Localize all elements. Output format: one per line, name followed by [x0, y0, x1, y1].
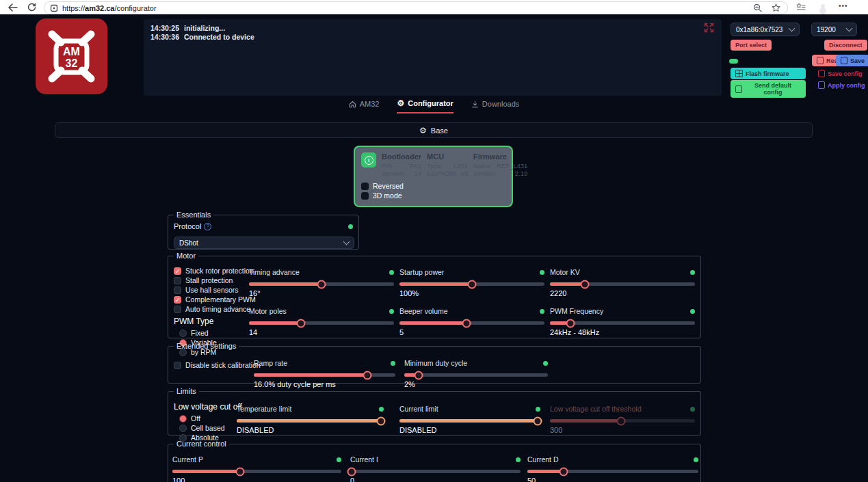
bootloader-column: Bootloader PINPA2 Version14: [382, 152, 421, 177]
slider-thumb[interactable]: [580, 280, 589, 289]
slider-startup-power: Startup power 100%: [399, 268, 544, 297]
nav-tab-configurator[interactable]: ⚙ Configurator: [397, 99, 453, 113]
base-section-header[interactable]: ⚙ Base: [55, 122, 813, 138]
port-device-select[interactable]: 0x1a86:0x7523: [731, 23, 800, 36]
status-dot: [694, 457, 698, 462]
slider-thumb[interactable]: [616, 416, 625, 425]
chevron-down-icon: [846, 25, 853, 32]
slider-thumb[interactable]: [376, 416, 385, 425]
slider-thumb[interactable]: [347, 467, 356, 476]
log-line: 14:30:36Connected to device: [150, 33, 254, 42]
slider-track[interactable]: [399, 282, 544, 286]
checkbox-auto-timing-advance[interactable]: ✓ Auto timing advance: [174, 305, 254, 313]
base-label: Base: [431, 126, 448, 135]
slider-track[interactable]: [550, 282, 695, 286]
esc-info-button[interactable]: i: [361, 152, 376, 168]
reload-button[interactable]: [27, 3, 36, 12]
slider-motor-poles: Motor poles 14: [249, 307, 394, 336]
back-button[interactable]: [8, 3, 18, 12]
chevron-down-icon: [789, 25, 795, 32]
slider-track[interactable]: [404, 373, 548, 377]
baud-rate-value: 19200: [817, 26, 847, 34]
esc-info-card: i Bootloader PINPA2 Version14 MCU Type:L…: [354, 146, 513, 207]
send-default-config-label: Send default config: [745, 82, 801, 96]
slider-thumb[interactable]: [566, 319, 575, 327]
file-icon: [735, 85, 742, 93]
nav-tab-downloads[interactable]: Downloads: [471, 99, 519, 113]
apply-config-link[interactable]: Apply config: [818, 81, 865, 89]
slider-track[interactable]: [249, 321, 394, 325]
slider-track[interactable]: [527, 470, 698, 473]
checkbox-stall-protection[interactable]: ✓ Stall protection: [174, 276, 254, 284]
favorite-star-icon[interactable]: [772, 3, 780, 12]
slider-low-voltage-cutoff-threshold: Low voltage cut off threshold 300: [550, 405, 695, 434]
collections-icon[interactable]: [795, 3, 806, 12]
slider-track[interactable]: [249, 282, 394, 286]
slider-thumb[interactable]: [415, 371, 423, 379]
expand-log-icon[interactable]: [704, 23, 715, 34]
chevron-down-icon: [343, 239, 350, 245]
disconnect-button[interactable]: Disconnect: [824, 40, 867, 51]
slider-thumb[interactable]: [317, 280, 326, 289]
status-dot: [516, 457, 521, 462]
slider-thumb[interactable]: [297, 319, 306, 327]
checkbox-complementary-pwm[interactable]: ✓ Complementary PWM: [174, 295, 254, 304]
download-icon: [471, 101, 479, 108]
radio-pwm-fixed[interactable]: Fixed: [179, 329, 254, 337]
status-dot: [389, 309, 394, 314]
slider-track[interactable]: [399, 419, 540, 423]
address-bar[interactable]: https://am32.ca/configurator: [44, 1, 788, 14]
flash-firmware-button[interactable]: Flash firmware: [731, 68, 806, 79]
current-control-section: Current control Current P 100 Current I …: [168, 440, 701, 482]
baud-rate-select[interactable]: 19200: [811, 23, 857, 36]
url-host: am32.ca: [85, 4, 114, 12]
checkbox-icon: ✓: [174, 267, 181, 275]
checkbox-reversed[interactable]: ✓ Reversed: [361, 182, 505, 190]
checkbox-disable-stick-calibration[interactable]: ✓ Disable stick calibration: [174, 361, 261, 369]
protocol-select[interactable]: DShot: [174, 237, 354, 249]
slider-track[interactable]: [237, 419, 384, 423]
slider-thumb[interactable]: [559, 467, 568, 476]
am32-logo: AM 32: [36, 18, 107, 94]
zoom-out-icon[interactable]: [753, 3, 762, 12]
url-text[interactable]: https://am32.ca/configurator: [62, 4, 753, 12]
checkbox-use-hall-sensors[interactable]: ✓ Use hall sensors: [174, 286, 254, 294]
status-dot: [337, 457, 341, 462]
browser-menu-icon[interactable]: •••: [839, 2, 848, 10]
checkbox-icon: ✓: [174, 362, 181, 369]
log-line: 14:30:25initializing...: [150, 24, 254, 33]
checkbox-icon: ✓: [174, 286, 181, 294]
slider-thumb[interactable]: [533, 416, 542, 425]
gear-icon: ⚙: [419, 126, 427, 135]
checkbox-icon: ✓: [174, 306, 181, 313]
slider-track[interactable]: [172, 470, 341, 473]
column-title: MCU: [427, 152, 468, 161]
send-default-config-button[interactable]: Send default config: [731, 80, 806, 98]
slider-track[interactable]: [399, 321, 544, 325]
status-dot: [543, 361, 548, 366]
activity-indicator: [729, 59, 738, 64]
file-icon: [818, 81, 825, 89]
slider-track[interactable]: [350, 470, 521, 473]
nav-tab-am32[interactable]: AM32: [349, 99, 380, 113]
checkbox-3d-mode[interactable]: ✓ 3D mode: [361, 191, 505, 200]
slider-thumb[interactable]: [462, 319, 471, 327]
help-icon[interactable]: ?: [204, 223, 211, 230]
save-button[interactable]: Save: [836, 55, 868, 66]
slider-track[interactable]: [550, 419, 695, 423]
slider-track[interactable]: [550, 321, 695, 325]
main-nav: AM32 ⚙ Configurator Downloads: [0, 99, 868, 113]
slider-thumb[interactable]: [235, 467, 244, 476]
am32-configurator-app: https://am32.ca/configurator •••: [0, 0, 868, 482]
slider-temperature-limit: Temperature limit DISABLED: [237, 405, 384, 434]
site-info-icon[interactable]: [50, 4, 58, 12]
save-config-link[interactable]: Save config: [818, 70, 863, 77]
slider-thumb[interactable]: [468, 280, 477, 289]
checkbox-stuck-rotor-protection[interactable]: ✓ Stuck rotor protection: [174, 267, 254, 275]
slider-track[interactable]: [254, 373, 395, 377]
port-select-button[interactable]: Port select: [731, 40, 772, 51]
slider-thumb[interactable]: [363, 371, 371, 379]
mcu-column: MCU Type:L431 EEPROM:v3: [427, 152, 468, 177]
file-icon: [818, 70, 825, 77]
essentials-section: Essentials Protocol ? DShot: [168, 211, 359, 250]
